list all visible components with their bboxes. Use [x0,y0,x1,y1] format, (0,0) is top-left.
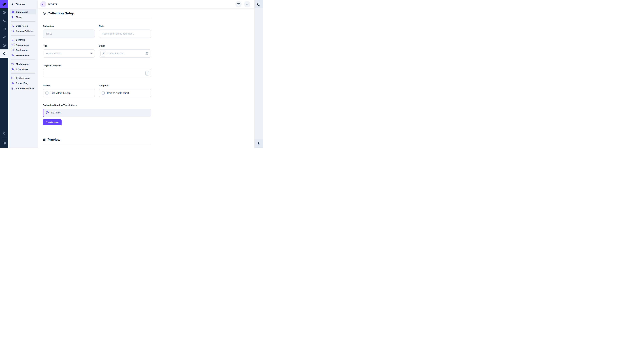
collection-input [43,29,95,38]
display-template-editor[interactable] [43,69,151,77]
module-bar [0,0,8,148]
plus-icon [146,72,148,74]
naming-translations-row: Collection Naming Translations No items … [43,104,151,125]
eyedropper-button[interactable] [100,51,106,56]
bolt-icon [11,15,14,18]
hidden-field: Hidden Hide within the App [43,84,95,97]
trash-icon [237,2,240,6]
naming-translations-label: Collection Naming Translations [43,104,151,106]
users-icon [11,24,14,27]
hidden-checkbox[interactable] [46,91,48,94]
back-button[interactable] [40,1,46,7]
directus-logo[interactable] [0,0,8,8]
hidden-toggle[interactable]: Hide within the App [43,89,95,97]
page-header: Posts [38,0,254,8]
settings-sidebar: Directus Data Model Flows User Roles Acc… [8,0,38,148]
sidebar-item-system-logs[interactable]: System Logs [10,75,36,80]
project-name-label: Directus [16,3,25,5]
sidebar-item-flows[interactable]: Flows [10,14,36,19]
info-icon [257,2,260,6]
preview-icon [43,138,46,141]
main-area: Posts Collection Setup Collection [38,0,254,148]
box-icon [43,12,46,15]
info-icon [46,111,49,114]
check-icon [246,2,249,6]
preview-heading: Preview [43,138,151,142]
sidebar-item-translations[interactable]: Translations [10,53,36,58]
collection-label: Collection [43,25,95,27]
display-template-input[interactable] [43,69,151,77]
user-avatar-icon [2,141,6,145]
section-title: Preview [48,138,60,142]
note-field: Note [99,25,151,38]
nav-divider [11,59,36,60]
icon-select[interactable] [43,49,95,58]
collection-note-row: Collection Note [43,25,151,38]
module-bar-bottom [0,129,8,148]
shield-user-icon [11,29,14,32]
module-files[interactable] [0,25,8,33]
nav-divider [11,35,36,35]
palette-icon[interactable] [146,52,148,55]
project-name[interactable]: Directus [8,0,38,8]
nav-divider [11,73,36,74]
color-picker[interactable] [99,49,151,58]
eyedropper-icon [102,52,105,55]
info-sidebar-button[interactable] [254,0,263,8]
module-content[interactable] [0,8,8,16]
sidebar-item-extensions[interactable]: Extensions [10,67,36,72]
module-users[interactable] [0,16,8,25]
singleton-label: Singleton [99,84,151,87]
hidden-checkbox-label: Hide within the App [50,92,70,94]
singleton-checkbox-label: Treat as single object [107,92,129,94]
sidebar-item-access-policies[interactable]: Access Policies [10,28,36,33]
empty-items-notice: No items [43,109,151,117]
sidebar-item-request-feature[interactable]: Request Feature [10,86,36,91]
icon-label: Icon [43,44,95,47]
preview-section: Preview Preview URL [43,138,151,148]
sidebar-item-bookmarks[interactable]: Bookmarks [10,48,36,53]
create-new-button[interactable]: Create New [43,119,62,125]
color-field: Color [99,44,151,58]
clipboard-clock-icon [257,142,260,145]
note-input[interactable] [99,29,151,38]
settings-form-scroll[interactable]: Collection Setup Collection Note Ico [38,8,254,148]
sidebar-item-settings[interactable]: Settings [10,37,36,42]
sidebar-item-report-bug[interactable]: Report Bug [10,81,36,86]
singleton-toggle[interactable]: Treat as single object [99,89,151,97]
database-icon [11,10,14,13]
storefront-icon [11,62,14,65]
singleton-checkbox[interactable] [102,91,105,94]
insights-icon [2,35,6,39]
shapes-icon [11,68,14,71]
nav-divider [11,21,36,22]
user-menu-button[interactable] [0,139,8,147]
sidebar-item-user-roles[interactable]: User Roles [10,23,36,28]
collection-setup-section: Collection Setup Collection Note Ico [43,11,151,148]
feature-badge-icon [11,87,14,90]
module-help[interactable] [0,41,8,49]
sidebar-item-appearance[interactable]: Appearance [10,42,36,47]
save-button[interactable] [244,1,250,7]
translate-icon [11,54,14,57]
section-divider [43,144,151,144]
tune-icon [11,38,14,41]
color-input[interactable] [108,52,144,55]
hidden-singleton-row: Hidden Hide within the App Singleton Tre… [43,84,151,97]
add-field-button[interactable] [146,71,149,76]
icon-search-input[interactable] [43,49,95,58]
color-label: Color [99,44,151,47]
revisions-sidebar-button[interactable] [254,139,263,148]
box-icon [2,11,6,14]
module-insights[interactable] [0,33,8,41]
module-settings[interactable] [0,49,8,58]
bookmark-icon [11,49,14,52]
rabbit-logo-icon [2,2,7,7]
help-icon [2,43,6,47]
sidebar-item-marketplace[interactable]: Marketplace [10,61,36,66]
delete-collection-button[interactable] [235,1,242,7]
empty-items-text: No items [51,111,60,114]
notifications-button[interactable] [0,129,8,137]
sidebar-item-data-model[interactable]: Data Model [10,9,36,14]
project-fan-icon [11,3,14,6]
